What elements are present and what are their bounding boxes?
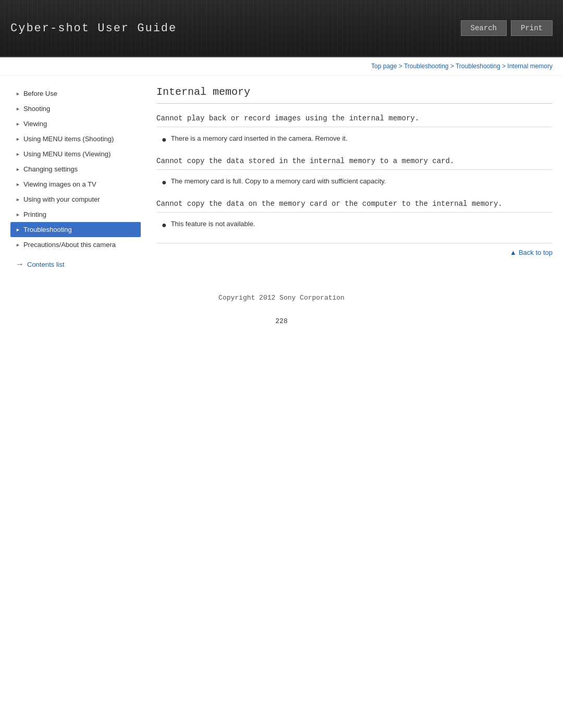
arrow-icon: ► — [16, 137, 20, 142]
sidebar-item-viewing-images-tv[interactable]: ► Viewing images on a TV — [10, 177, 141, 192]
section-1-heading: Cannot play back or record images using … — [156, 114, 553, 127]
breadcrumb-troubleshooting1[interactable]: Troubleshooting — [404, 63, 449, 70]
breadcrumb-sep2: > — [450, 63, 456, 70]
back-to-top-row: ▲ Back to top — [156, 243, 553, 262]
back-to-top-link[interactable]: ▲ Back to top — [510, 249, 553, 256]
sidebar-item-label: Precautions/About this camera — [23, 241, 116, 249]
arrow-icon: ► — [16, 106, 20, 112]
contents-list-label: Contents list — [27, 261, 65, 268]
sidebar-item-label: Before Use — [23, 90, 57, 97]
page-number: 228 — [0, 312, 563, 330]
sidebar-item-using-menu-shooting[interactable]: ► Using MENU items (Shooting) — [10, 131, 141, 146]
sidebar-item-troubleshooting[interactable]: ► Troubleshooting — [10, 222, 141, 237]
arrow-icon: ► — [16, 121, 20, 127]
page-header: Cyber-shot User Guide Search Print — [0, 0, 563, 57]
breadcrumb-sep1: > — [399, 63, 404, 70]
sidebar-item-precautions[interactable]: ► Precautions/About this camera — [10, 237, 141, 252]
section-3-heading: Cannot copy the data on the memory card … — [156, 200, 553, 213]
sidebar-item-using-menu-viewing[interactable]: ► Using MENU items (Viewing) — [10, 146, 141, 162]
back-to-top-arrow-icon: ▲ — [510, 249, 517, 256]
page-title: Internal memory — [156, 86, 553, 104]
bullet-item: ● This feature is not available. — [156, 218, 553, 232]
bullet-icon: ● — [162, 177, 167, 187]
sidebar-item-label: Troubleshooting — [23, 226, 72, 233]
sidebar: ► Before Use ► Shooting ► Viewing ► Usin… — [10, 86, 141, 273]
header-buttons: Search Print — [461, 20, 553, 36]
breadcrumb: Top page > Troubleshooting > Troubleshoo… — [0, 57, 563, 76]
sidebar-item-label: Using MENU items (Shooting) — [23, 135, 114, 143]
sidebar-item-changing-settings[interactable]: ► Changing settings — [10, 162, 141, 177]
print-button[interactable]: Print — [511, 20, 553, 36]
sidebar-item-shooting[interactable]: ► Shooting — [10, 101, 141, 116]
bullet-icon: ● — [162, 220, 167, 230]
bullet-item: ● There is a memory card inserted in the… — [156, 132, 553, 146]
breadcrumb-sep3: > — [502, 63, 507, 70]
arrow-icon: ► — [16, 91, 20, 96]
breadcrumb-top-page[interactable]: Top page — [371, 63, 397, 70]
copyright-text: Copyright 2012 Sony Corporation — [218, 294, 345, 302]
sidebar-item-using-with-computer[interactable]: ► Using with your computer — [10, 192, 141, 207]
arrow-icon: ► — [16, 152, 20, 157]
bullet-text: There is a memory card inserted in the c… — [171, 134, 348, 142]
back-to-top-label: Back to top — [519, 249, 553, 256]
arrow-icon: ► — [16, 167, 20, 172]
arrow-icon: ► — [16, 212, 20, 217]
sidebar-item-label: Changing settings — [23, 165, 78, 173]
sidebar-item-before-use[interactable]: ► Before Use — [10, 86, 141, 101]
page-number-value: 228 — [275, 317, 287, 325]
bullet-text: The memory card is full. Copy to a memor… — [171, 177, 386, 185]
section-2: Cannot copy the data stored in the inter… — [156, 157, 553, 189]
breadcrumb-current: Internal memory — [507, 63, 553, 70]
breadcrumb-troubleshooting2[interactable]: Troubleshooting — [456, 63, 500, 70]
sidebar-item-label: Shooting — [23, 105, 50, 113]
contents-list-link[interactable]: → Contents list — [10, 255, 141, 273]
sidebar-item-label: Using MENU items (Viewing) — [23, 150, 111, 158]
sidebar-item-viewing[interactable]: ► Viewing — [10, 116, 141, 131]
arrow-icon: ► — [16, 242, 20, 248]
bullet-icon: ● — [162, 134, 167, 144]
bullet-text: This feature is not available. — [171, 220, 255, 228]
sidebar-item-label: Viewing — [23, 120, 47, 128]
section-3: Cannot copy the data on the memory card … — [156, 200, 553, 232]
sidebar-item-label: Viewing images on a TV — [23, 180, 96, 188]
arrow-icon: ► — [16, 182, 20, 187]
main-content: Internal memory Cannot play back or reco… — [151, 86, 553, 273]
main-layout: ► Before Use ► Shooting ► Viewing ► Usin… — [0, 76, 563, 283]
section-1: Cannot play back or record images using … — [156, 114, 553, 146]
arrow-icon: ► — [16, 197, 20, 202]
bullet-item: ● The memory card is full. Copy to a mem… — [156, 175, 553, 189]
sidebar-item-printing[interactable]: ► Printing — [10, 207, 141, 222]
sidebar-item-label: Using with your computer — [23, 195, 100, 203]
search-button[interactable]: Search — [461, 20, 507, 36]
sidebar-item-label: Printing — [23, 211, 46, 218]
footer: Copyright 2012 Sony Corporation — [0, 283, 563, 312]
contents-arrow-icon: → — [16, 260, 24, 269]
site-title: Cyber-shot User Guide — [10, 22, 177, 35]
arrow-icon: ► — [16, 227, 20, 232]
section-2-heading: Cannot copy the data stored in the inter… — [156, 157, 553, 170]
